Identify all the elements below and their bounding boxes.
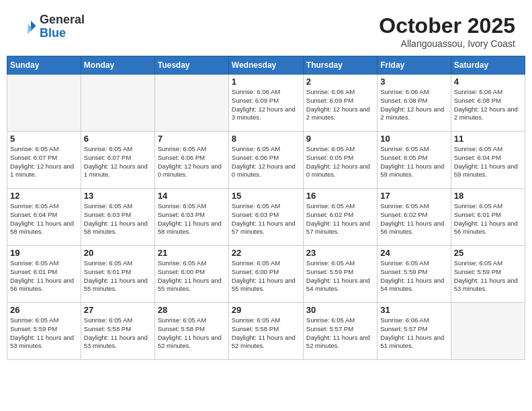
day-number: 5 xyxy=(10,134,78,144)
day-info: Sunrise: 6:05 AM Sunset: 5:57 PM Dayligh… xyxy=(306,316,374,351)
calendar-cell: 12Sunrise: 6:05 AM Sunset: 6:04 PM Dayli… xyxy=(7,189,81,246)
day-info: Sunrise: 6:05 AM Sunset: 6:02 PM Dayligh… xyxy=(306,202,374,236)
weekday-header-thursday: Thursday xyxy=(303,56,377,75)
calendar-cell: 29Sunrise: 6:05 AM Sunset: 5:58 PM Dayli… xyxy=(228,303,303,360)
calendar-cell: 1Sunrise: 6:06 AM Sunset: 6:09 PM Daylig… xyxy=(228,75,303,132)
calendar-cell xyxy=(7,75,81,132)
weekday-header-tuesday: Tuesday xyxy=(154,56,228,75)
day-info: Sunrise: 6:05 AM Sunset: 6:06 PM Dayligh… xyxy=(158,145,226,179)
day-info: Sunrise: 6:05 AM Sunset: 6:03 PM Dayligh… xyxy=(158,202,226,236)
day-number: 8 xyxy=(232,134,300,144)
day-number: 20 xyxy=(84,248,152,258)
day-number: 16 xyxy=(306,191,374,201)
day-number: 6 xyxy=(84,134,152,144)
day-info: Sunrise: 6:06 AM Sunset: 6:08 PM Dayligh… xyxy=(380,88,447,122)
day-number: 30 xyxy=(306,305,374,315)
day-number: 7 xyxy=(158,134,226,144)
day-number: 10 xyxy=(380,134,447,144)
day-number: 22 xyxy=(232,248,300,258)
day-info: Sunrise: 6:06 AM Sunset: 6:09 PM Dayligh… xyxy=(306,88,374,122)
calendar-cell: 15Sunrise: 6:05 AM Sunset: 6:03 PM Dayli… xyxy=(228,189,303,246)
day-info: Sunrise: 6:05 AM Sunset: 6:00 PM Dayligh… xyxy=(158,259,226,293)
day-info: Sunrise: 6:05 AM Sunset: 6:01 PM Dayligh… xyxy=(454,202,522,236)
day-number: 14 xyxy=(158,191,226,201)
calendar-cell: 5Sunrise: 6:05 AM Sunset: 6:07 PM Daylig… xyxy=(7,132,81,189)
calendar-cell: 2Sunrise: 6:06 AM Sunset: 6:09 PM Daylig… xyxy=(303,75,377,132)
day-info: Sunrise: 6:06 AM Sunset: 6:08 PM Dayligh… xyxy=(454,88,522,122)
day-number: 28 xyxy=(158,305,226,315)
calendar-cell: 30Sunrise: 6:05 AM Sunset: 5:57 PM Dayli… xyxy=(303,303,377,360)
day-number: 9 xyxy=(306,134,374,144)
calendar-cell: 26Sunrise: 6:05 AM Sunset: 5:59 PM Dayli… xyxy=(7,303,81,360)
calendar-cell: 16Sunrise: 6:05 AM Sunset: 6:02 PM Dayli… xyxy=(303,189,377,246)
logo-blue-text: Blue xyxy=(40,26,66,40)
calendar-cell: 17Sunrise: 6:05 AM Sunset: 6:02 PM Dayli… xyxy=(378,189,451,246)
calendar-cell xyxy=(451,303,525,360)
weekday-header-monday: Monday xyxy=(81,56,154,75)
calendar-cell: 4Sunrise: 6:06 AM Sunset: 6:08 PM Daylig… xyxy=(451,75,525,132)
day-number: 15 xyxy=(232,191,300,201)
day-number: 3 xyxy=(380,77,447,87)
day-info: Sunrise: 6:05 AM Sunset: 5:58 PM Dayligh… xyxy=(232,316,300,351)
day-info: Sunrise: 6:05 AM Sunset: 5:59 PM Dayligh… xyxy=(10,316,78,351)
logo: General Blue xyxy=(17,13,85,40)
day-info: Sunrise: 6:05 AM Sunset: 6:00 PM Dayligh… xyxy=(232,259,300,293)
week-row-5: 26Sunrise: 6:05 AM Sunset: 5:59 PM Dayli… xyxy=(7,303,525,360)
weekday-header-wednesday: Wednesday xyxy=(228,56,303,75)
day-info: Sunrise: 6:05 AM Sunset: 5:58 PM Dayligh… xyxy=(84,316,152,351)
day-info: Sunrise: 6:05 AM Sunset: 6:06 PM Dayligh… xyxy=(232,145,300,179)
day-number: 24 xyxy=(380,248,447,258)
day-number: 11 xyxy=(454,134,522,144)
day-info: Sunrise: 6:05 AM Sunset: 6:01 PM Dayligh… xyxy=(84,259,152,293)
week-row-4: 19Sunrise: 6:05 AM Sunset: 6:01 PM Dayli… xyxy=(7,246,525,303)
location: Allangouassou, Ivory Coast xyxy=(379,38,515,49)
calendar-cell: 11Sunrise: 6:05 AM Sunset: 6:04 PM Dayli… xyxy=(451,132,525,189)
page-header: General Blue October 2025 Allangouassou,… xyxy=(7,7,525,52)
calendar-cell: 23Sunrise: 6:05 AM Sunset: 5:59 PM Dayli… xyxy=(303,246,377,303)
day-info: Sunrise: 6:06 AM Sunset: 6:09 PM Dayligh… xyxy=(232,88,300,122)
calendar-cell: 10Sunrise: 6:05 AM Sunset: 6:05 PM Dayli… xyxy=(378,132,451,189)
day-info: Sunrise: 6:05 AM Sunset: 6:04 PM Dayligh… xyxy=(10,202,78,236)
day-number: 18 xyxy=(454,191,522,201)
calendar-cell: 7Sunrise: 6:05 AM Sunset: 6:06 PM Daylig… xyxy=(154,132,228,189)
day-info: Sunrise: 6:05 AM Sunset: 6:01 PM Dayligh… xyxy=(10,259,78,293)
calendar-cell: 13Sunrise: 6:05 AM Sunset: 6:03 PM Dayli… xyxy=(81,189,154,246)
day-info: Sunrise: 6:05 AM Sunset: 6:07 PM Dayligh… xyxy=(10,145,78,179)
month-title: October 2025 xyxy=(379,13,515,38)
week-row-1: 1Sunrise: 6:06 AM Sunset: 6:09 PM Daylig… xyxy=(7,75,525,132)
day-number: 12 xyxy=(10,191,78,201)
calendar-table: SundayMondayTuesdayWednesdayThursdayFrid… xyxy=(7,56,525,360)
calendar-cell: 8Sunrise: 6:05 AM Sunset: 6:06 PM Daylig… xyxy=(228,132,303,189)
day-info: Sunrise: 6:05 AM Sunset: 6:07 PM Dayligh… xyxy=(84,145,152,179)
day-number: 31 xyxy=(380,305,447,315)
calendar-cell: 9Sunrise: 6:05 AM Sunset: 6:05 PM Daylig… xyxy=(303,132,377,189)
logo-icon xyxy=(17,17,37,37)
calendar-cell: 18Sunrise: 6:05 AM Sunset: 6:01 PM Dayli… xyxy=(451,189,525,246)
calendar-cell: 20Sunrise: 6:05 AM Sunset: 6:01 PM Dayli… xyxy=(81,246,154,303)
day-number: 1 xyxy=(232,77,300,87)
day-info: Sunrise: 6:05 AM Sunset: 6:02 PM Dayligh… xyxy=(380,202,447,236)
day-info: Sunrise: 6:05 AM Sunset: 6:04 PM Dayligh… xyxy=(454,145,522,179)
calendar-cell: 28Sunrise: 6:05 AM Sunset: 5:58 PM Dayli… xyxy=(154,303,228,360)
weekday-header-sunday: Sunday xyxy=(7,56,81,75)
weekday-header-row: SundayMondayTuesdayWednesdayThursdayFrid… xyxy=(7,56,525,75)
title-area: October 2025 Allangouassou, Ivory Coast xyxy=(379,13,515,49)
day-info: Sunrise: 6:05 AM Sunset: 5:58 PM Dayligh… xyxy=(158,316,226,351)
logo-general-text: General xyxy=(40,13,85,26)
day-number: 4 xyxy=(454,77,522,87)
day-number: 23 xyxy=(306,248,374,258)
day-info: Sunrise: 6:05 AM Sunset: 6:05 PM Dayligh… xyxy=(306,145,374,179)
calendar-cell: 19Sunrise: 6:05 AM Sunset: 6:01 PM Dayli… xyxy=(7,246,81,303)
calendar-cell: 6Sunrise: 6:05 AM Sunset: 6:07 PM Daylig… xyxy=(81,132,154,189)
day-info: Sunrise: 6:05 AM Sunset: 6:03 PM Dayligh… xyxy=(232,202,300,236)
week-row-2: 5Sunrise: 6:05 AM Sunset: 6:07 PM Daylig… xyxy=(7,132,525,189)
weekday-header-saturday: Saturday xyxy=(451,56,525,75)
day-number: 21 xyxy=(158,248,226,258)
day-info: Sunrise: 6:06 AM Sunset: 5:57 PM Dayligh… xyxy=(380,316,447,351)
calendar-cell: 22Sunrise: 6:05 AM Sunset: 6:00 PM Dayli… xyxy=(228,246,303,303)
day-number: 13 xyxy=(84,191,152,201)
day-info: Sunrise: 6:05 AM Sunset: 6:03 PM Dayligh… xyxy=(84,202,152,236)
calendar-cell xyxy=(154,75,228,132)
day-number: 26 xyxy=(10,305,78,315)
day-number: 17 xyxy=(380,191,447,201)
